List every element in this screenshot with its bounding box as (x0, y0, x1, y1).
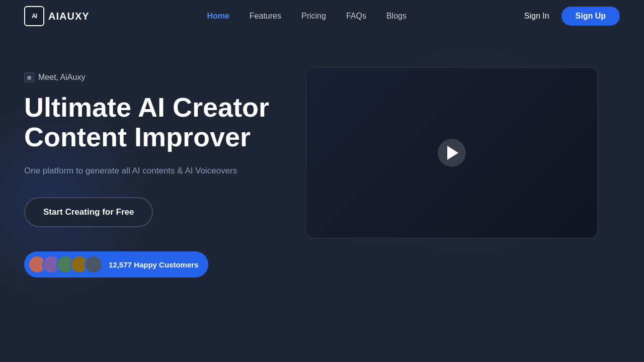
hero-subtitle: One platform to generate all AI contents… (24, 164, 286, 177)
nav-link-features[interactable]: Features (250, 12, 281, 20)
meet-badge-icon: ⊞ (24, 72, 34, 82)
nav-item-faqs[interactable]: FAQs (346, 12, 366, 21)
nav-item-home[interactable]: Home (207, 12, 229, 21)
nav-link-pricing[interactable]: Pricing (301, 12, 326, 20)
logo-text: AIAUXY (48, 11, 90, 22)
video-container[interactable] (306, 67, 598, 238)
nav-links: Home Features Pricing FAQs Blogs (207, 12, 407, 21)
navbar: AI AIAUXY Home Features Pricing FAQs Blo… (0, 0, 644, 32)
logo-icon: AI (24, 6, 44, 26)
hero-title-line2: Content Improver (24, 122, 251, 152)
avatar-5 (85, 255, 103, 274)
hero-title-line1: Ultimate AI Creator (24, 92, 269, 122)
nav-item-features[interactable]: Features (250, 12, 281, 21)
meet-badge-text: Meet, AiAuxy (38, 73, 85, 82)
play-button[interactable] (438, 139, 466, 167)
nav-link-faqs[interactable]: FAQs (346, 12, 366, 20)
play-icon (447, 146, 458, 160)
logo[interactable]: AI AIAUXY (24, 6, 90, 26)
hero-section: ⊞ Meet, AiAuxy Ultimate AI Creator Conte… (0, 32, 644, 362)
nav-item-pricing[interactable]: Pricing (301, 12, 326, 21)
sign-in-button[interactable]: Sign In (524, 12, 549, 21)
sign-up-button[interactable]: Sign Up (561, 7, 620, 26)
nav-link-blogs[interactable]: Blogs (386, 12, 407, 20)
cta-start-creating[interactable]: Start Creating for Free (24, 197, 153, 227)
hero-title: Ultimate AI Creator Content Improver (24, 93, 286, 152)
hero-left: ⊞ Meet, AiAuxy Ultimate AI Creator Conte… (24, 62, 286, 278)
meet-badge: ⊞ Meet, AiAuxy (24, 72, 286, 82)
nav-actions: Sign In Sign Up (524, 7, 620, 26)
avatars-group (28, 255, 103, 274)
customers-badge: 12,577 Happy Customers (24, 251, 208, 278)
customers-count: 12,577 Happy Customers (109, 260, 198, 269)
hero-right (286, 62, 620, 238)
nav-link-home[interactable]: Home (207, 12, 229, 20)
nav-item-blogs[interactable]: Blogs (386, 12, 407, 21)
